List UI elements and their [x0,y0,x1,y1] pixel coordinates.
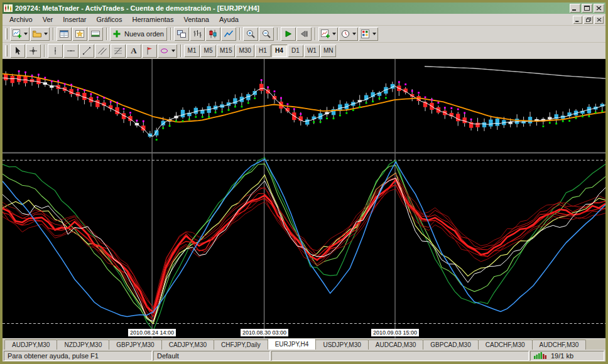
timeframe-h1-button[interactable]: H1 [255,45,271,57]
vline-tool-button[interactable] [48,44,63,58]
chart-tab-cadjpy-m30[interactable]: CADJPY,M30 [161,340,214,350]
chart-tab-nzdjpy-m30[interactable]: NZDJPY,M30 [57,340,109,350]
dropdown-arrow-icon [332,33,336,35]
child-window-controls [573,16,604,24]
chart-shift-button[interactable] [296,27,312,41]
toolbar-separator [44,45,45,57]
templates-button[interactable] [359,27,378,41]
chart-bars-icon [192,29,202,39]
status-connection: 19/1 kb [530,351,604,361]
indicators-button[interactable] [318,27,338,41]
minimize-button[interactable] [570,4,580,13]
time-axis-label: 2010.09.03 15:00 [371,329,419,336]
cursor-tool-button[interactable] [10,44,25,58]
chart-tab-audchf-m30[interactable]: AUDCHF,M30 [532,340,587,350]
text-tool-button[interactable]: A [126,44,141,58]
chart-tab-gbpcad-m30[interactable]: GBPCAD,M30 [423,340,478,350]
auto-scroll-icon [283,29,293,39]
menu-item-ventana[interactable]: Ventana [179,14,214,24]
timeframe-mn-button[interactable]: MN [320,45,337,57]
toolbar-separator [170,28,171,40]
zoom-out-button[interactable] [259,27,274,41]
toolbar-separator [180,45,182,57]
chart-canvas[interactable] [3,59,605,338]
zoom-in-icon [246,29,256,39]
chart-tab-cadchf-m30[interactable]: CADCHF,M30 [478,340,533,350]
menu-item-archivo[interactable]: Archivo [4,14,38,24]
toolbar-grip[interactable] [5,45,8,56]
window-controls [570,4,604,13]
chart-tab-usdjpy-m30[interactable]: USDJPY,M30 [315,340,368,350]
chart-tab-chfjpy-daily[interactable]: CHFJPY,Daily [214,340,268,350]
chart-tab-audjpy-m30[interactable]: AUDJPY,M30 [4,340,57,350]
crosshair-icon [28,46,38,56]
child-restore-button[interactable] [584,16,593,24]
timeframe-m5-button[interactable]: M5 [200,45,216,57]
chart-tab-audcad-m30[interactable]: AUDCAD,M30 [368,340,423,350]
periods-button[interactable] [339,27,358,41]
child-close-button[interactable] [594,16,604,24]
arrow-flag-tool-button[interactable] [142,44,157,58]
market-watch-button[interactable] [57,27,72,41]
connection-bars-icon [534,351,548,360]
status-bar: Para obtener ayuda, pulse F1 Default 19/… [3,350,605,361]
chart-area[interactable]: 2010.08.24 14:00 2010.08.30 03:00 2010.0… [3,59,605,338]
app-icon [4,4,13,12]
chart-candles-button[interactable] [205,27,220,41]
timeframe-m30-button[interactable]: M30 [236,45,254,57]
profiles-icon [32,29,42,39]
menu-item-graficos[interactable]: Gráficos [92,14,128,24]
timeframe-h4-button[interactable]: H4 [271,45,287,57]
zoom-in-button[interactable] [243,27,258,41]
title-bar: 209724: MetaTrader - ActivTrades - Cuent… [3,3,605,14]
channel-tool-button[interactable] [95,44,110,58]
window-title: 209724: MetaTrader - ActivTrades - Cuent… [15,4,567,12]
toolbar-separator [239,28,241,40]
channel-icon [97,46,107,56]
fibonacci-tool-button[interactable] [111,44,126,58]
dropdown-arrow-icon [24,33,28,35]
terminal-button[interactable] [88,27,103,41]
menu-item-herramientas[interactable]: Herramientas [127,14,178,24]
chart-line-icon [224,29,234,39]
crosshair-tool-button[interactable] [26,44,41,58]
dropdown-arrow-icon [352,33,356,35]
chart-shift-icon [299,29,309,39]
indicators-icon [320,29,330,39]
chart-tab-eurjpy-h4[interactable]: EURJPY,H4 [268,338,317,350]
timeframe-m15-button[interactable]: M15 [217,45,235,57]
auto-scroll-button[interactable] [281,27,296,41]
menu-item-ver[interactable]: Ver [38,14,58,24]
timeframe-w1-button[interactable]: W1 [304,45,320,57]
navigator-button[interactable] [72,27,87,41]
arrow-flag-icon [144,46,155,56]
market-watch-icon [59,29,69,39]
cursor-icon [13,46,23,56]
dropdown-arrow-icon [372,33,376,35]
shapes-tool-button[interactable] [158,44,177,58]
dropdown-arrow-icon [171,50,175,52]
trendline-icon [82,46,92,56]
chart-tab-gbpjpy-m30[interactable]: GBPJPY,M30 [109,340,161,350]
menu-item-ayuda[interactable]: Ayuda [214,14,244,24]
status-filler [271,351,529,361]
menu-item-insertar[interactable]: Insertar [58,14,91,24]
timeframe-m1-button[interactable]: M1 [184,45,200,57]
close-button[interactable] [594,4,604,13]
new-order-button[interactable]: Nueva orden [110,27,167,41]
timeframe-d1-button[interactable]: D1 [288,45,303,57]
maximize-button[interactable] [582,4,592,13]
chart-bars-button[interactable] [190,27,205,41]
tile-windows-button[interactable] [174,27,189,41]
trendline-tool-button[interactable] [79,44,94,58]
time-axis-label: 2010.08.24 14:00 [128,329,176,336]
toolbar-line-studies: AM1M5M15M30H1H4D1W1MN [3,43,605,59]
profiles-button[interactable] [30,27,50,41]
chart-line-button[interactable] [221,27,236,41]
new-chart-button[interactable] [10,27,30,41]
toolbar-separator [315,28,316,40]
hline-tool-button[interactable] [63,44,79,58]
child-minimize-button[interactable] [573,16,582,24]
toolbar-grip[interactable] [5,28,8,40]
status-profile[interactable]: Default [153,351,270,361]
